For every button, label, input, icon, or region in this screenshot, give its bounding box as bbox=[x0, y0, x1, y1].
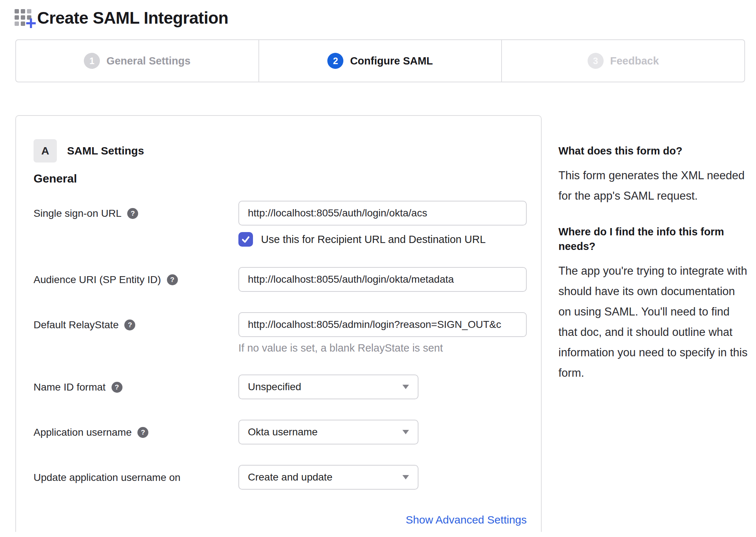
row-single-sign-on-url: Single sign-on URL ? Use this for Recipi… bbox=[34, 201, 525, 247]
application-username-label: Application username bbox=[34, 426, 132, 439]
card-header: A SAML Settings bbox=[34, 139, 525, 162]
show-advanced-settings-link[interactable]: Show Advanced Settings bbox=[406, 514, 527, 526]
section-badge: A bbox=[34, 139, 57, 162]
step-3-label: Feedback bbox=[610, 55, 659, 67]
step-2-circle: 2 bbox=[327, 53, 343, 69]
step-feedback[interactable]: 3 Feedback bbox=[501, 40, 744, 82]
field-control: Create and update bbox=[238, 465, 525, 490]
name-id-format-label: Name ID format bbox=[34, 381, 106, 394]
field-control: Unspecified bbox=[238, 375, 525, 399]
help-section-where: Where do I find the info this form needs… bbox=[558, 224, 748, 383]
group-title-general: General bbox=[34, 172, 525, 185]
application-username-value: Okta username bbox=[248, 426, 317, 438]
help-heading: What does this form do? bbox=[558, 144, 748, 158]
chevron-down-icon bbox=[402, 385, 409, 389]
field-control bbox=[238, 267, 527, 292]
app-grid-plus-icon: + bbox=[15, 9, 32, 27]
help-section-what: What does this form do? This form genera… bbox=[558, 144, 748, 206]
page-header: + Create SAML Integration bbox=[15, 8, 756, 28]
application-username-select[interactable]: Okta username bbox=[238, 420, 418, 444]
field-control: Okta username bbox=[238, 420, 525, 444]
step-1-circle: 1 bbox=[84, 53, 100, 69]
chevron-down-icon bbox=[402, 475, 409, 479]
field-label: Application username ? bbox=[34, 420, 238, 444]
wizard-stepper: 1 General Settings 2 Configure SAML 3 Fe… bbox=[15, 39, 745, 82]
check-icon bbox=[241, 235, 250, 244]
help-icon[interactable]: ? bbox=[112, 382, 122, 393]
row-name-id-format: Name ID format ? Unspecified bbox=[34, 375, 525, 399]
field-label: Name ID format ? bbox=[34, 375, 238, 399]
default-relaystate-label: Default RelayState bbox=[34, 318, 118, 332]
help-icon[interactable]: ? bbox=[127, 208, 138, 219]
help-body: The app you're trying to integrate with … bbox=[558, 261, 748, 383]
recipient-url-checkbox-row: Use this for Recipient URL and Destinati… bbox=[238, 232, 527, 247]
help-sidebar: What does this form do? This form genera… bbox=[558, 144, 748, 383]
row-update-app-username: Update application username on Create an… bbox=[34, 465, 525, 490]
help-heading: Where do I find the info this form needs… bbox=[558, 224, 748, 254]
step-3-circle: 3 bbox=[588, 53, 604, 69]
row-default-relaystate: Default RelayState ? If no value is set,… bbox=[34, 312, 525, 354]
update-app-username-select[interactable]: Create and update bbox=[238, 465, 418, 490]
field-label: Default RelayState ? bbox=[34, 312, 238, 354]
name-id-format-select[interactable]: Unspecified bbox=[238, 375, 418, 399]
plus-icon: + bbox=[26, 13, 36, 32]
update-app-username-value: Create and update bbox=[248, 471, 332, 483]
name-id-format-value: Unspecified bbox=[248, 381, 301, 393]
field-label: Single sign-on URL ? bbox=[34, 201, 238, 247]
step-2-label: Configure SAML bbox=[350, 55, 433, 67]
audience-uri-input[interactable] bbox=[238, 267, 527, 292]
advanced-settings-row: Show Advanced Settings bbox=[34, 514, 527, 526]
update-app-username-label: Update application username on bbox=[34, 471, 180, 484]
help-body: This form generates the XML needed for t… bbox=[558, 165, 748, 206]
page-title: Create SAML Integration bbox=[37, 8, 228, 28]
section-title: SAML Settings bbox=[67, 145, 144, 157]
content-area: A SAML Settings General Single sign-on U… bbox=[15, 115, 756, 532]
field-label: Update application username on bbox=[34, 465, 238, 490]
recipient-url-checkbox-label: Use this for Recipient URL and Destinati… bbox=[261, 234, 486, 246]
field-control: Use this for Recipient URL and Destinati… bbox=[238, 201, 527, 247]
step-1-label: General Settings bbox=[106, 55, 190, 67]
help-icon[interactable]: ? bbox=[167, 274, 178, 285]
chevron-down-icon bbox=[402, 430, 409, 434]
form-rows: Single sign-on URL ? Use this for Recipi… bbox=[34, 201, 525, 490]
field-control: If no value is set, a blank RelayState i… bbox=[238, 312, 527, 354]
default-relaystate-input[interactable] bbox=[238, 312, 527, 337]
help-icon[interactable]: ? bbox=[137, 427, 148, 438]
single-sign-on-url-input[interactable] bbox=[238, 201, 527, 226]
step-configure-saml[interactable]: 2 Configure SAML bbox=[258, 40, 502, 82]
audience-uri-label: Audience URI (SP Entity ID) bbox=[34, 273, 161, 286]
relaystate-helper-text: If no value is set, a blank RelayState i… bbox=[238, 342, 527, 354]
single-sign-on-url-label: Single sign-on URL bbox=[34, 207, 121, 220]
step-general-settings[interactable]: 1 General Settings bbox=[16, 40, 258, 82]
field-label: Audience URI (SP Entity ID) ? bbox=[34, 267, 238, 292]
row-application-username: Application username ? Okta username bbox=[34, 420, 525, 444]
saml-settings-card: A SAML Settings General Single sign-on U… bbox=[15, 115, 542, 532]
recipient-url-checkbox[interactable] bbox=[238, 232, 253, 247]
row-audience-uri: Audience URI (SP Entity ID) ? bbox=[34, 267, 525, 292]
help-icon[interactable]: ? bbox=[124, 320, 135, 330]
